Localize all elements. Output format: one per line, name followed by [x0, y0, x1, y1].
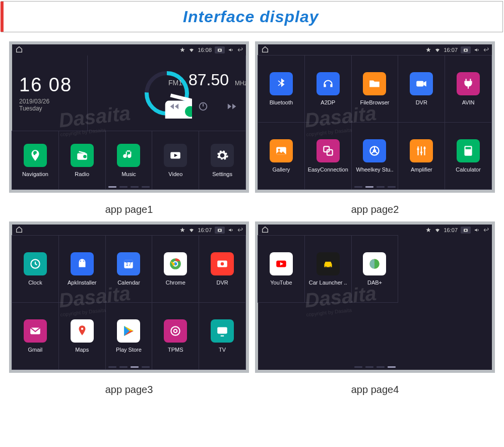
empty-tile [258, 302, 305, 370]
svg-point-14 [278, 149, 280, 151]
app-tile-calendar[interactable]: 17 Calendar [105, 235, 153, 303]
app-tile-navigation[interactable]: Navigation [12, 131, 59, 190]
radio-widget[interactable]: FM1 87.50 MHz [88, 55, 246, 131]
home-icon[interactable] [261, 226, 269, 235]
app-tile-apkinstall[interactable]: ApkInstaller [58, 235, 106, 303]
bluetooth-icon [270, 72, 293, 95]
app-tile-settings[interactable]: Settings [199, 131, 246, 190]
clock-widget[interactable]: 16 08 2019/03/26 Tuesday [12, 55, 88, 131]
app-tile-dvr[interactable]: DVR [398, 55, 445, 123]
app-tile-dabplus[interactable]: DAB+ [351, 235, 399, 303]
app-tile-easyconn[interactable]: EasyConnection [304, 122, 352, 190]
app-tile-amplifier[interactable]: Amplifier [398, 122, 445, 190]
volume-icon[interactable] [474, 227, 480, 233]
app-tile-label: Wheelkey Stu.. [356, 166, 394, 173]
svg-point-38 [81, 328, 83, 330]
clock-time: 16 08 [19, 74, 87, 96]
app-tile-label: DVR [216, 280, 228, 286]
back-icon[interactable] [483, 47, 489, 53]
status-time: 16:08 [198, 47, 212, 53]
svg-text:17: 17 [125, 261, 132, 267]
app-tile-a2dp[interactable]: A2DP [304, 55, 352, 123]
svg-point-39 [171, 326, 180, 335]
home-icon[interactable] [15, 45, 23, 54]
panel-caption: app page1 [9, 204, 249, 215]
camera-chip[interactable] [461, 227, 471, 234]
app-tile-tv[interactable]: TV [199, 302, 246, 370]
app-tile-youtube[interactable]: YouTube [258, 235, 305, 303]
app-tile-gallery[interactable]: Gallery [258, 122, 305, 190]
app-tile-label: Calendar [117, 280, 140, 286]
app-tile-maps[interactable]: Maps [58, 302, 106, 370]
app-tile-label: Settings [212, 171, 232, 177]
youtube-icon [270, 252, 293, 275]
clock-icon [24, 252, 47, 275]
location-icon [425, 227, 431, 233]
panel-caption: app page4 [255, 384, 495, 396]
maps-icon [71, 319, 94, 343]
page-indicator [12, 366, 246, 368]
panel-caption: app page2 [255, 204, 495, 215]
svg-rect-23 [466, 147, 471, 149]
app-tile-carlauncher[interactable]: Car Launcher .. [304, 235, 352, 303]
page-indicator [12, 186, 246, 188]
app-tile-label: Chrome [166, 280, 185, 286]
app-tile-label: Gmail [28, 347, 43, 353]
app-tile-gmail[interactable]: Gmail [12, 302, 59, 370]
back-icon[interactable] [483, 227, 489, 233]
power-icon[interactable] [198, 101, 209, 114]
app-tile-wheelkey[interactable]: Wheelkey Stu.. [351, 122, 399, 190]
volume-icon[interactable] [228, 47, 234, 53]
svg-point-19 [417, 148, 419, 150]
home-icon[interactable] [15, 226, 23, 235]
svg-point-28 [83, 261, 84, 262]
radio-band: FM1 [168, 79, 182, 87]
status-bar: 16:07 [258, 44, 492, 55]
back-icon[interactable] [237, 227, 243, 233]
app-tile-radio[interactable]: Radio [58, 131, 106, 190]
app-tile-label: TPMS [168, 347, 183, 353]
volume-icon[interactable] [474, 47, 480, 53]
screen-2: 16:07 Bluetooth A2DP FileBrowser [255, 41, 495, 193]
app-tile-label: Clock [28, 280, 42, 286]
app-tile-avin[interactable]: AVIN [445, 55, 492, 123]
app-tile-chrome[interactable]: Chrome [152, 235, 199, 303]
tv-icon [211, 319, 234, 343]
camera-chip[interactable] [215, 227, 225, 234]
prev-track-icon[interactable] [168, 101, 179, 114]
app-tile-filebrowser[interactable]: FileBrowser [351, 55, 399, 123]
camera-chip[interactable] [461, 46, 471, 53]
app-tile-music[interactable]: Music [105, 131, 153, 190]
app-tile-dvr2[interactable]: DVR [199, 235, 246, 303]
svg-point-21 [424, 147, 426, 149]
app-tile-bluetooth[interactable]: Bluetooth [258, 55, 305, 123]
app-tile-playstore[interactable]: Play Store [105, 302, 153, 370]
app-tile-video[interactable]: Video [152, 131, 199, 190]
app-tile-label: EasyConnection [308, 166, 348, 173]
empty-tile [398, 302, 445, 370]
svg-point-18 [373, 150, 375, 152]
next-track-icon[interactable] [227, 101, 238, 114]
app-tile-label: Video [168, 171, 182, 177]
panel-caption: app page3 [9, 384, 249, 396]
app-tile-clock[interactable]: Clock [12, 235, 59, 303]
svg-point-27 [80, 261, 81, 262]
camera-chip[interactable] [215, 46, 225, 53]
volume-icon[interactable] [228, 227, 234, 233]
chrome-icon [164, 252, 187, 275]
svg-point-25 [219, 230, 221, 231]
plug-icon [457, 72, 480, 95]
svg-point-45 [325, 266, 327, 268]
gear-icon [211, 144, 234, 167]
music-icon [117, 144, 140, 167]
app-tile-tpms[interactable]: TPMS [152, 302, 199, 370]
home-icon[interactable] [261, 45, 269, 54]
status-bar: 16:07 [258, 225, 492, 236]
title-bar: Interface display [1, 1, 503, 32]
app-tile-calculator[interactable]: Calculator [445, 122, 492, 190]
svg-point-20 [420, 151, 422, 153]
headset-icon [317, 72, 340, 95]
app-tile-label: DAB+ [367, 280, 382, 286]
back-icon[interactable] [237, 47, 243, 53]
clock-date: 2019/03/26 [19, 98, 87, 105]
